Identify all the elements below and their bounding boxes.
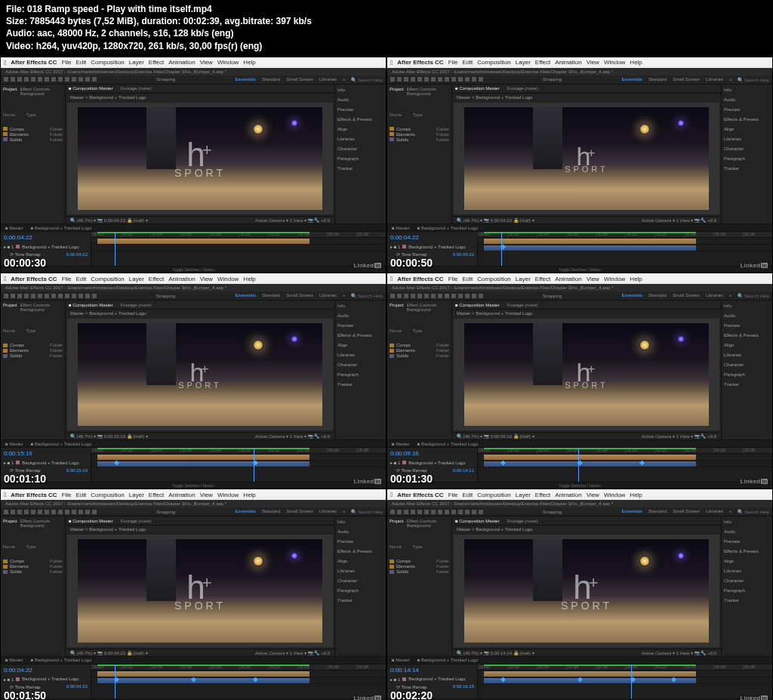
toggle-switches[interactable]: Toggle Switches / Modes — [1, 266, 386, 272]
toggle-switches[interactable]: Toggle Switches / Modes — [387, 482, 772, 488]
panel-effects-presets[interactable]: Effects & Presets — [337, 548, 383, 554]
workspace-essentials[interactable]: Essentials — [622, 77, 642, 82]
panel-align[interactable]: Align — [337, 342, 383, 348]
project-panel[interactable]: Project Effect Controls Background Name … — [387, 85, 452, 224]
project-item[interactable]: ElementsFolder — [390, 564, 449, 569]
app-toolbar[interactable]: Snapping Essentials Standard Small Scree… — [387, 76, 772, 85]
search-help[interactable]: 🔍 Search Help — [738, 509, 769, 514]
menu-layer[interactable]: Layer — [516, 492, 531, 498]
project-item[interactable]: ElementsFolder — [3, 348, 63, 353]
timeline-tab-master[interactable]: ■ Master — [392, 442, 410, 446]
menu-composition[interactable]: Composition — [477, 492, 510, 498]
layer-row[interactable]: ▸ ■ 1 Background + Tracked Logo — [390, 459, 474, 466]
menu-help[interactable]: Help — [243, 492, 255, 498]
mac-menubar[interactable]:  After Effects CCFileEditCompositionLay… — [1, 57, 386, 68]
search-help[interactable]: 🔍 Search Help — [351, 77, 383, 82]
menu-window[interactable]: Window — [217, 276, 239, 282]
tab-effect-controls[interactable]: Effect Controls Background — [20, 303, 63, 312]
project-panel[interactable]: Project Effect Controls Background Name … — [1, 85, 66, 224]
timeline-tab-bg[interactable]: ■ Background + Tracked Logo — [417, 226, 479, 230]
workspace-small[interactable]: Small Screen — [286, 509, 313, 514]
snapping-toggle[interactable]: Snapping — [156, 77, 175, 82]
tab-effect-controls[interactable]: Effect Controls Background — [407, 87, 449, 96]
menu-layer[interactable]: Layer — [129, 492, 144, 498]
panel-effects-presets[interactable]: Effects & Presets — [724, 548, 770, 554]
timeline-panel[interactable]: ■ Master ■ Background + Tracked Logo 0:0… — [1, 656, 386, 700]
app-name[interactable]: After Effects CC — [11, 492, 57, 498]
workspace-libraries[interactable]: Libraries — [319, 77, 337, 82]
snapping-toggle[interactable]: Snapping — [156, 510, 175, 514]
workspace-small[interactable]: Small Screen — [673, 293, 700, 298]
panel-audio[interactable]: Audio — [724, 313, 770, 319]
tab-project[interactable]: Project — [390, 303, 404, 312]
tab-project[interactable]: Project — [390, 87, 404, 96]
mac-menubar[interactable]:  After Effects CCFileEditCompositionLay… — [1, 489, 386, 500]
project-item[interactable]: SolidsFolder — [3, 569, 63, 574]
timeline-tab-master[interactable]: ■ Master — [392, 226, 410, 230]
viewport-status[interactable]: 🔍 (49.7%) ▾ 📷 0:00:14:14 🔒 (Half) ▾ Acti… — [452, 649, 721, 656]
panel-align[interactable]: Align — [337, 558, 383, 564]
playhead[interactable] — [501, 232, 502, 266]
panel-info[interactable]: Info — [724, 519, 770, 525]
panel-audio[interactable]: Audio — [337, 529, 383, 535]
app-toolbar[interactable]: Snapping Essentials Standard Small Scree… — [387, 507, 772, 517]
comp-breadcrumb[interactable]: Master < Background + Tracked Logo — [66, 526, 334, 533]
menu-layer[interactable]: Layer — [516, 59, 531, 66]
workspace-standard[interactable]: Standard — [262, 293, 280, 298]
tab-project[interactable]: Project — [390, 519, 404, 528]
panel-character[interactable]: Character — [724, 362, 770, 368]
panel-audio[interactable]: Audio — [724, 97, 770, 103]
timeline-tracks[interactable]: 00:00f00:02f00:04f00:06f00:08f00:10f00:1… — [478, 665, 772, 698]
layer-bar[interactable] — [97, 239, 310, 244]
apple-icon[interactable]:  — [390, 275, 393, 282]
panel-audio[interactable]: Audio — [724, 529, 770, 535]
workspace-libraries[interactable]: Libraries — [319, 293, 337, 298]
search-help[interactable]: 🔍 Search Help — [351, 293, 383, 298]
layer-row[interactable]: ▸ ■ 1 Background + Tracked Logo — [390, 676, 474, 683]
project-item[interactable]: CompsFolder — [3, 127, 63, 131]
panel-effects-presets[interactable]: Effects & Presets — [337, 116, 383, 122]
workspace-standard[interactable]: Standard — [262, 77, 280, 82]
tab-footage[interactable]: Footage (none) — [121, 86, 152, 91]
panel-libraries[interactable]: Libraries — [724, 568, 770, 574]
tool-icons[interactable] — [4, 77, 97, 82]
panel-effects-presets[interactable]: Effects & Presets — [724, 116, 770, 122]
menu-file[interactable]: File — [448, 276, 458, 282]
layer-bar[interactable] — [484, 239, 696, 244]
project-item[interactable]: ElementsFolder — [3, 564, 63, 569]
playhead[interactable] — [115, 665, 115, 698]
menu-help[interactable]: Help — [243, 59, 255, 66]
project-panel[interactable]: Project Effect Controls Background Name … — [1, 301, 66, 439]
right-panels[interactable]: InfoAudioPreviewEffects & PresetsAlignLi… — [334, 517, 386, 655]
panel-libraries[interactable]: Libraries — [337, 568, 383, 574]
timeline-tab-bg[interactable]: ■ Background + Tracked Logo — [31, 442, 92, 446]
menu-layer[interactable]: Layer — [129, 59, 144, 66]
app-name[interactable]: After Effects CC — [397, 276, 443, 282]
tab-composition[interactable]: ■ Composition Master — [455, 303, 500, 307]
tab-effect-controls[interactable]: Effect Controls Background — [407, 303, 449, 312]
layer-row[interactable]: ▸ ■ 1 Background + Tracked Logo — [4, 459, 88, 466]
current-timecode[interactable]: 0:00:04:22 — [390, 234, 474, 241]
tab-project[interactable]: Project — [3, 87, 17, 96]
panel-align[interactable]: Align — [337, 126, 383, 132]
viewport[interactable]: h+ SPORT — [454, 103, 719, 214]
apple-icon[interactable]:  — [4, 491, 6, 498]
panel-character[interactable]: Character — [337, 146, 383, 152]
panel-info[interactable]: Info — [337, 303, 383, 309]
tool-icons[interactable] — [4, 510, 97, 514]
panel-info[interactable]: Info — [724, 303, 770, 309]
chevron-right-icon[interactable]: » — [729, 509, 731, 514]
current-timecode[interactable]: 0:00:15:19 — [4, 450, 88, 457]
viewport-status[interactable]: 🔍 (49.7%) ▾ 📷 0:00:04:22 🔒 (Half) ▾ Acti… — [66, 216, 334, 224]
timeline-tracks[interactable]: 00:00f00:02f00:04f00:06f00:08f00:10f00:1… — [91, 448, 386, 482]
panel-character[interactable]: Character — [337, 578, 383, 584]
workspace-standard[interactable]: Standard — [648, 293, 667, 298]
menu-edit[interactable]: Edit — [76, 276, 87, 282]
time-remap-bar[interactable] — [97, 461, 310, 467]
viewport[interactable]: h+ SPORT — [67, 103, 333, 214]
tab-footage[interactable]: Footage (none) — [507, 86, 538, 91]
app-name[interactable]: After Effects CC — [397, 492, 443, 498]
panel-paragraph[interactable]: Paragraph — [724, 372, 770, 378]
tool-icons[interactable] — [390, 294, 483, 298]
panel-libraries[interactable]: Libraries — [724, 352, 770, 358]
